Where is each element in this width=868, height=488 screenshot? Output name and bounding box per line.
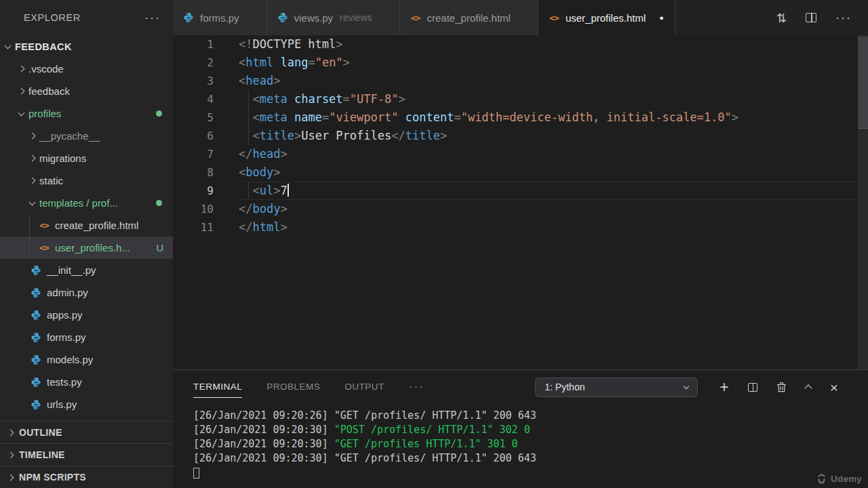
tab-create-profile-html[interactable]: <>create_profile.html	[400, 0, 538, 35]
kill-terminal-icon[interactable]	[776, 382, 787, 392]
tree-item-item[interactable]	[0, 415, 173, 421]
chevron-right-icon	[29, 155, 36, 162]
open-changes-icon[interactable]: ⇅	[776, 11, 787, 25]
tree-item-feedback[interactable]: feedback	[0, 80, 173, 102]
tree-item-label: feedback	[28, 85, 70, 97]
line-code: </body>	[239, 200, 868, 218]
chevron-right-icon	[7, 429, 14, 436]
code-line-7[interactable]: 7</head>	[173, 145, 868, 163]
code-line-11[interactable]: 11</html>	[173, 218, 868, 237]
tree-item-apps-py[interactable]: apps.py	[0, 304, 173, 326]
code-line-2[interactable]: 2<html lang="en">	[173, 54, 868, 72]
code-line-6[interactable]: 6 <title>User Profiles</title>	[173, 127, 868, 145]
tree-item-migrations[interactable]: migrations	[0, 147, 173, 169]
tab-user-profiles-html[interactable]: <>user_profiles.html●	[538, 0, 675, 35]
line-code: <body>	[239, 163, 868, 182]
tree-item-urls-py[interactable]: urls.py	[0, 393, 173, 415]
tree-item-label: migrations	[39, 152, 86, 164]
panel-action-icons: + ×	[719, 380, 838, 395]
tree-item-label: __init__.py	[47, 264, 96, 276]
unsaved-dot-icon: ●	[659, 14, 664, 22]
tree-item-init-py[interactable]: __init__.py	[0, 259, 173, 281]
html-file-icon: <>	[548, 12, 560, 23]
close-panel-icon[interactable]: ×	[830, 380, 838, 394]
tree-item-label: profiles	[28, 108, 61, 119]
tree-item-profiles[interactable]: profiles	[0, 102, 173, 125]
panel-tab-problems[interactable]: PROBLEMS	[267, 370, 320, 404]
new-terminal-icon[interactable]: +	[719, 380, 728, 395]
terminal-cursor	[193, 468, 199, 479]
tree-item-label: user_profiles.h...	[55, 242, 130, 253]
line-number: 11	[173, 218, 214, 237]
chevron-right-icon	[7, 451, 14, 458]
code-editor[interactable]: 1<!DOCTYPE html>2<html lang="en">3<head>…	[173, 35, 868, 369]
code-line-10[interactable]: 10</body>	[173, 200, 868, 218]
vscode-window: EXPLORER ··· FEEDBACK.vscodefeedbackprof…	[0, 0, 868, 488]
code-lines: 1<!DOCTYPE html>2<html lang="en">3<head>…	[173, 35, 868, 237]
python-file-icon	[30, 332, 42, 343]
explorer-more-actions-icon[interactable]: ···	[144, 11, 161, 25]
line-code: </html>	[239, 218, 868, 237]
tree-root-feedback[interactable]: FEEDBACK	[0, 35, 173, 58]
code-line-5[interactable]: 5 <meta name="viewport" content="width=d…	[173, 108, 868, 127]
maximize-panel-icon[interactable]	[806, 383, 811, 391]
git-modified-dot-badge	[156, 200, 162, 206]
explorer-header: EXPLORER ···	[0, 0, 173, 35]
python-file-icon	[30, 310, 42, 321]
python-file-icon	[30, 399, 42, 410]
code-line-9[interactable]: 9 <ul>7	[173, 182, 868, 200]
line-code: <title>User Profiles</title>	[239, 127, 868, 145]
sidebar-section-npm-scripts[interactable]: NPM SCRIPTS	[0, 466, 173, 488]
tree-item-pycache[interactable]: __pycache__	[0, 125, 173, 147]
tree-item-admin-py[interactable]: admin.py	[0, 281, 173, 304]
line-number: 7	[173, 145, 214, 163]
terminal-log-line: [26/Jan/2021 09:20:26] "GET /profiles/ H…	[193, 409, 868, 423]
tab-views-py[interactable]: views.pyreviews	[267, 0, 400, 35]
terminal-log-line: [26/Jan/2021 09:20:30] "POST /profiles/ …	[193, 423, 868, 437]
tree-item-tests-py[interactable]: tests.py	[0, 371, 173, 393]
tree-item-models-py[interactable]: models.py	[0, 348, 173, 371]
text-cursor	[288, 184, 289, 197]
tab-label: forms.py	[200, 12, 239, 24]
panel-more-actions-icon[interactable]: ···	[409, 380, 425, 394]
git-untracked-badge: U	[157, 243, 163, 253]
tree-item-vscode[interactable]: .vscode	[0, 58, 173, 80]
tab-forms-py[interactable]: forms.py	[173, 0, 267, 35]
editor-more-actions-icon[interactable]: ···	[835, 11, 852, 25]
terminal-shell-select[interactable]: 1: Python	[535, 378, 698, 397]
terminal-log-line: [26/Jan/2021 09:20:30] "GET /profiles HT…	[193, 437, 868, 451]
line-code: <ul>7	[239, 182, 868, 200]
udemy-brand-text: Udemy	[831, 474, 862, 484]
tree-item-user-profiles-h[interactable]: <>user_profiles.h...U	[0, 237, 173, 259]
line-number: 9	[173, 182, 214, 200]
split-terminal-icon[interactable]	[748, 383, 757, 392]
code-line-1[interactable]: 1<!DOCTYPE html>	[173, 35, 868, 54]
tab-label: views.py	[294, 12, 334, 24]
line-code: <head>	[239, 72, 868, 90]
tree-item-label: urls.py	[47, 399, 77, 410]
section-label: NPM SCRIPTS	[19, 472, 86, 483]
sidebar-section-timeline[interactable]: TIMELINE	[0, 443, 173, 466]
panel-tab-terminal[interactable]: TERMINAL	[193, 370, 242, 404]
editor-area: forms.pyviews.pyreviews<>create_profile.…	[173, 0, 868, 488]
python-file-icon	[30, 265, 42, 276]
code-line-3[interactable]: 3<head>	[173, 72, 868, 90]
scrollbar-thumb[interactable]	[858, 37, 868, 129]
tree-item-create-profile-html[interactable]: <>create_profile.html	[0, 214, 173, 237]
terminal-output[interactable]: [26/Jan/2021 09:20:26] "GET /profiles/ H…	[173, 404, 868, 479]
terminal-log-line: [26/Jan/2021 09:20:30] "GET /profiles/ H…	[193, 451, 868, 466]
editor-tab-bar: forms.pyviews.pyreviews<>create_profile.…	[173, 0, 868, 35]
editor-scrollbar[interactable]	[858, 35, 868, 369]
chevron-down-icon	[5, 42, 12, 49]
tree-item-static[interactable]: static	[0, 169, 173, 192]
split-editor-icon[interactable]	[806, 13, 816, 22]
code-line-4[interactable]: 4 <meta charset="UTF-8">	[173, 90, 868, 108]
terminal-panel: TERMINALPROBLEMSOUTPUT ··· 1: Python + ×…	[173, 369, 868, 488]
sidebar-section-outline[interactable]: OUTLINE	[0, 421, 173, 443]
panel-tab-output[interactable]: OUTPUT	[344, 370, 384, 404]
tree-item-templates-prof[interactable]: templates / prof...	[0, 192, 173, 214]
explorer-sidebar: EXPLORER ··· FEEDBACK.vscodefeedbackprof…	[0, 0, 173, 488]
chevron-right-icon	[7, 474, 14, 481]
tree-item-forms-py[interactable]: forms.py	[0, 326, 173, 348]
code-line-8[interactable]: 8<body>	[173, 163, 868, 182]
